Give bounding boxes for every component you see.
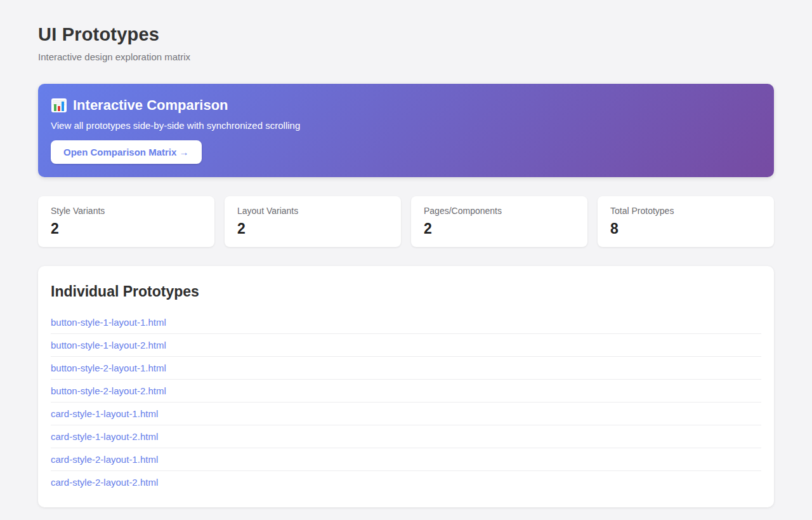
prototypes-list: button-style-1-layout-1.html button-styl… [51,311,761,493]
stat-label: Pages/Components [424,206,575,216]
stat-label: Layout Variants [237,206,388,216]
stat-value: 8 [610,220,761,237]
prototype-link[interactable]: card-style-1-layout-1.html [51,403,761,425]
page-title: UI Prototypes [38,24,774,45]
page-container: UI Prototypes Interactive design explora… [0,0,812,520]
prototype-link[interactable]: button-style-1-layout-2.html [51,334,761,357]
prototypes-card: Individual Prototypes button-style-1-lay… [38,266,774,507]
stat-label: Total Prototypes [610,206,761,216]
prototype-link[interactable]: button-style-2-layout-1.html [51,357,761,380]
page-subtitle: Interactive design exploration matrix [38,51,774,62]
stat-card-style-variants: Style Variants 2 [38,196,214,247]
prototype-link[interactable]: button-style-1-layout-1.html [51,311,761,334]
prototype-link[interactable]: card-style-2-layout-1.html [51,448,761,471]
stat-card-pages-components: Pages/Components 2 [411,196,587,247]
banner-description: View all prototypes side-by-side with sy… [51,120,761,131]
stat-card-layout-variants: Layout Variants 2 [225,196,401,247]
stat-value: 2 [237,220,388,237]
banner-title-row: Interactive Comparison [51,97,761,114]
prototypes-heading: Individual Prototypes [51,283,761,300]
prototype-link[interactable]: card-style-1-layout-2.html [51,425,761,448]
stat-card-total-prototypes: Total Prototypes 8 [598,196,774,247]
open-comparison-button[interactable]: Open Comparison Matrix → [51,140,202,164]
stats-row: Style Variants 2 Layout Variants 2 Pages… [38,196,774,247]
comparison-banner: Interactive Comparison View all prototyp… [38,84,774,177]
banner-title: Interactive Comparison [73,97,228,114]
prototype-link[interactable]: card-style-2-layout-2.html [51,471,761,493]
bar-chart-icon [51,97,67,114]
prototype-link[interactable]: button-style-2-layout-2.html [51,380,761,403]
stat-label: Style Variants [51,206,202,216]
stat-value: 2 [51,220,202,237]
stat-value: 2 [424,220,575,237]
